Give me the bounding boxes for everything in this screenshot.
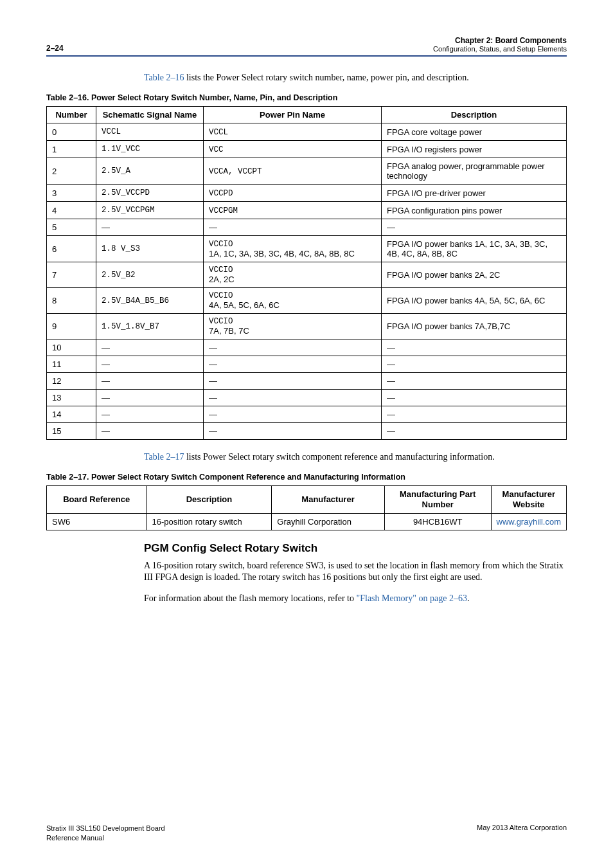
cell-desc: FPGA I/O power banks 2A, 2C (382, 262, 567, 288)
cell-number: 12 (47, 373, 96, 390)
cell-signal: 2.5V_VCCPGM (96, 202, 204, 219)
cell-signal: — (96, 390, 204, 406)
cell-signal: 1.8 V_S3 (96, 236, 204, 262)
cell-number: 4 (47, 202, 96, 219)
th-site: Manufacturer Website (491, 486, 566, 513)
cell-pin: — (204, 373, 382, 390)
cell-number: 5 (47, 219, 96, 236)
cell-pin: — (204, 423, 382, 440)
cell-number: 7 (47, 262, 96, 288)
table-row: 5——— (47, 219, 567, 236)
cell-desc: FPGA configuration pins power (382, 202, 567, 219)
pin-code: VCC (209, 145, 224, 154)
header-rule (46, 55, 567, 57)
table-row: 14——— (47, 406, 567, 423)
cell-pin: — (204, 356, 382, 373)
table-row: 12——— (47, 373, 567, 390)
footer-left2: Reference Manual (46, 833, 165, 842)
cell-pin: VCCL (204, 123, 382, 141)
table-2-16: Number Schematic Signal Name Power Pin N… (46, 106, 567, 440)
cell-pin: VCCA, VCCPT (204, 158, 382, 185)
table-2-17: Board Reference Description Manufacturer… (46, 485, 567, 530)
table17-caption: Table 2–17. Power Select Rotary Switch C… (46, 473, 567, 482)
cell-pin: VCCPD (204, 185, 382, 202)
pin-code: VCCIO (209, 291, 376, 300)
cell-number: 14 (47, 406, 96, 423)
cell-signal: — (96, 423, 204, 440)
cell-number: 8 (47, 288, 96, 314)
th-desc: Description (382, 106, 567, 123)
footer-left1: Stratix III 3SL150 Development Board (46, 824, 165, 833)
cell-number: 0 (47, 123, 96, 141)
cell-signal: 2.5V_A (96, 158, 204, 185)
cell-desc: FPGA core voltage power (382, 123, 567, 141)
table-row: 0VCCLVCCLFPGA core voltage power (47, 123, 567, 141)
cell-number: 13 (47, 390, 96, 406)
cell-signal: VCCL (96, 123, 204, 141)
th-schematic: Schematic Signal Name (96, 106, 204, 123)
table-row: 82.5V_B4A_B5_B6VCCIO4A, 5A, 5C, 6A, 6CFP… (47, 288, 567, 314)
cell-pin: — (204, 219, 382, 236)
table-row: 42.5V_VCCPGMVCCPGMFPGA configuration pin… (47, 202, 567, 219)
cell-pin: — (204, 339, 382, 356)
cell-desc: — (382, 339, 567, 356)
cell-pin: — (204, 406, 382, 423)
cell-desc: — (382, 406, 567, 423)
cell-signal: — (96, 339, 204, 356)
cell-desc: FPGA I/O power banks 1A, 1C, 3A, 3B, 3C,… (382, 236, 567, 262)
table-row: 32.5V_VCCPDVCCPDFPGA I/O pre-driver powe… (47, 185, 567, 202)
table-row: 15——— (47, 423, 567, 440)
table-row: 13——— (47, 390, 567, 406)
t17-site: www.grayhill.com (491, 513, 566, 530)
cell-desc: FPGA analog power, programmable power te… (382, 158, 567, 185)
header-chapter: Chapter 2: Board Components (433, 36, 567, 45)
th-board-ref: Board Reference (47, 486, 147, 513)
cell-signal: — (96, 356, 204, 373)
t17-ref: SW6 (47, 513, 147, 530)
table-row: 10——— (47, 339, 567, 356)
cell-signal: 1.5V_1.8V_B7 (96, 314, 204, 339)
cell-signal: 2.5V_VCCPD (96, 185, 204, 202)
table-row: 11.1V_VCCVCCFPGA I/O registers power (47, 141, 567, 158)
cell-signal: — (96, 219, 204, 236)
cell-number: 2 (47, 158, 96, 185)
table-ref-link[interactable]: Table 2–16 (144, 73, 184, 82)
table-row: 11——— (47, 356, 567, 373)
cell-signal: — (96, 373, 204, 390)
pin-code: VCCL (209, 128, 228, 137)
cell-signal: — (96, 406, 204, 423)
section2-para1: A 16-position rotary switch, board refer… (144, 560, 567, 584)
table-row: 22.5V_AVCCA, VCCPTFPGA analog power, pro… (47, 158, 567, 185)
mfr-website-link[interactable]: www.grayhill.com (497, 517, 561, 527)
cell-number: 15 (47, 423, 96, 440)
page-footer: Stratix III 3SL150 Development Board Ref… (46, 824, 567, 842)
cell-pin: VCCIO7A, 7B, 7C (204, 314, 382, 339)
cell-number: 1 (47, 141, 96, 158)
cell-desc: — (382, 373, 567, 390)
cell-pin: — (204, 390, 382, 406)
pin-code: VCCPD (209, 189, 233, 198)
cell-desc: — (382, 356, 567, 373)
cell-pin: VCC (204, 141, 382, 158)
table-row: 91.5V_1.8V_B7VCCIO7A, 7B, 7CFPGA I/O pow… (47, 314, 567, 339)
flash-memory-link[interactable]: "Flash Memory" on page 2–63 (356, 593, 466, 603)
table-row: 61.8 V_S3VCCIO1A, 1C, 3A, 3B, 3C, 4B, 4C… (47, 236, 567, 262)
pin-list: 2A, 2C (209, 275, 376, 284)
t17-mfr: Grayhill Corporation (272, 513, 384, 530)
th-number: Number (47, 106, 96, 123)
pin-code: VCCIO (209, 240, 376, 249)
cell-desc: — (382, 219, 567, 236)
table-ref-link-17[interactable]: Table 2–17 (144, 452, 184, 462)
footer-right: May 2013 Altera Corporation (477, 824, 567, 842)
cell-pin: VCCIO4A, 5A, 5C, 6A, 6C (204, 288, 382, 314)
cell-desc: FPGA I/O pre-driver power (382, 185, 567, 202)
table16-caption: Table 2–16. Power Select Rotary Switch N… (46, 93, 567, 102)
cell-desc: — (382, 423, 567, 440)
cell-signal: 1.1V_VCC (96, 141, 204, 158)
pin-code: VCCPGM (209, 206, 238, 215)
mid-paragraph: Table 2–17 lists Power Select rotary swi… (144, 451, 567, 464)
cell-desc: FPGA I/O registers power (382, 141, 567, 158)
cell-signal: 2.5V_B4A_B5_B6 (96, 288, 204, 314)
pin-list: 1A, 1C, 3A, 3B, 3C, 4B, 4C, 8A, 8B, 8C (209, 249, 376, 258)
header-section: Configuration, Status, and Setup Element… (433, 45, 567, 53)
